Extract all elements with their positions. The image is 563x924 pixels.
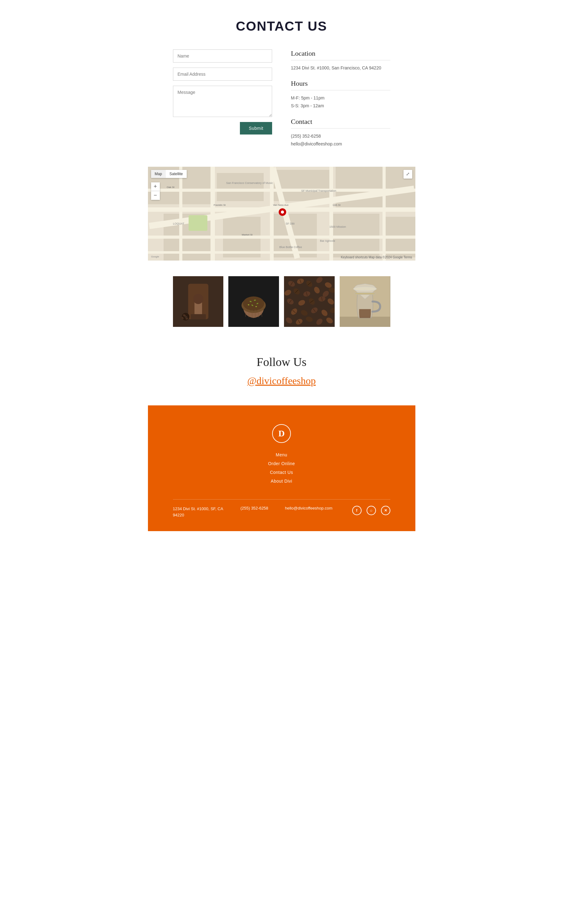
facebook-icon[interactable]: f	[352, 506, 362, 515]
gallery-section	[148, 261, 415, 342]
svg-rect-14	[148, 251, 415, 254]
contact-grid: Submit Location 1234 Divi St. #1000, San…	[173, 50, 390, 148]
svg-text:Google: Google	[151, 255, 159, 258]
svg-point-103	[353, 287, 376, 291]
svg-text:Van Ness Ave: Van Ness Ave	[273, 204, 289, 207]
footer-phone: (255) 352-6258	[227, 506, 281, 510]
svg-text:Market St: Market St	[242, 233, 253, 236]
instagram-handle[interactable]: @divicoffeeshop	[173, 375, 390, 387]
svg-text:Oak St: Oak St	[167, 186, 174, 189]
svg-rect-19	[179, 167, 182, 261]
svg-text:SF DBI: SF DBI	[285, 222, 295, 225]
svg-text:Franklin St: Franklin St	[214, 204, 226, 207]
gallery-grid	[173, 276, 390, 327]
svg-text:11th St: 11th St	[332, 204, 341, 207]
contact-section: CONTACT US Submit Location 1234 Divi St.…	[148, 0, 415, 167]
submit-button[interactable]: Submit	[240, 122, 272, 135]
instagram-icon[interactable]: ○	[366, 506, 376, 515]
footer-logo-area: D	[173, 424, 390, 443]
svg-rect-106	[355, 293, 375, 295]
map-tab[interactable]: Map	[151, 170, 166, 178]
svg-point-56	[255, 306, 257, 307]
footer-nav-menu[interactable]: Menu	[276, 452, 287, 457]
svg-rect-18	[383, 167, 386, 261]
footer-logo: D	[272, 424, 291, 443]
footer-bottom: 1234 Divi St. #1000, SF, CA 94220 (255) …	[173, 499, 390, 519]
twitter-icon[interactable]: ✕	[381, 506, 390, 515]
gallery-item-1	[173, 276, 224, 327]
svg-text:1500 Mission: 1500 Mission	[329, 225, 346, 228]
footer-nav-about[interactable]: About Divi	[271, 478, 293, 484]
svg-point-40	[193, 294, 203, 304]
svg-text:San Francisco Conservatory of : San Francisco Conservatory of Music	[226, 182, 273, 184]
follow-us-title: Follow Us	[173, 355, 390, 369]
contact-info: Location 1234 Divi St. #1000, San Franci…	[291, 50, 390, 148]
zoom-out-button[interactable]: −	[151, 191, 160, 200]
footer-social: f ○ ✕	[336, 506, 390, 515]
location-block: Location 1234 Divi St. #1000, San Franci…	[291, 50, 390, 72]
contact-title: Contact	[291, 118, 390, 126]
svg-rect-16	[270, 167, 274, 261]
svg-rect-2	[217, 173, 264, 201]
gallery-item-3	[284, 276, 335, 327]
gallery-item-4	[340, 276, 390, 327]
svg-text:SF Municipal Transportation: SF Municipal Transportation	[301, 189, 336, 192]
svg-point-23	[281, 210, 284, 214]
page-title: CONTACT US	[173, 19, 390, 34]
svg-rect-17	[329, 167, 333, 261]
footer: D Menu Order Online Contact Us About Div…	[148, 405, 415, 531]
contact-form: Submit	[173, 50, 272, 135]
gallery-item-2	[228, 276, 279, 327]
hours-weekend: S-S: 3pm - 12am	[291, 102, 390, 110]
footer-nav: Menu Order Online Contact Us About Divi	[173, 452, 390, 484]
email-input[interactable]	[173, 68, 272, 81]
map-controls: Map Satellite	[151, 170, 187, 178]
svg-text:Blue Bottle Coffee: Blue Bottle Coffee	[279, 246, 302, 249]
contact-block: Contact (255) 352-6258 hello@divicoffees…	[291, 118, 390, 148]
hours-title: Hours	[291, 80, 390, 88]
footer-address: 1234 Divi St. #1000, SF, CA 94220	[173, 506, 227, 519]
map-zoom-controls: + −	[151, 182, 160, 200]
follow-us-section: Follow Us @divicoffeeshop	[148, 342, 415, 405]
map-expand-button[interactable]: ⤢	[404, 170, 412, 178]
svg-point-50	[243, 297, 264, 310]
svg-rect-13	[148, 236, 415, 238]
svg-rect-102	[340, 316, 390, 327]
svg-rect-41	[191, 314, 206, 319]
satellite-tab[interactable]: Satellite	[166, 170, 187, 178]
hours-block: Hours M-F: 5pm - 11pm S-S: 3pm - 12am	[291, 80, 390, 110]
svg-rect-21	[189, 215, 207, 231]
message-input[interactable]	[173, 86, 272, 117]
location-address: 1234 Divi St. #1000, San Francisco, CA 9…	[291, 64, 390, 72]
name-input[interactable]	[173, 50, 272, 63]
contact-email: hello@divicoffeeshop.com	[291, 140, 390, 148]
svg-text:Bar Agricole: Bar Agricole	[320, 239, 335, 242]
svg-rect-15	[210, 167, 215, 261]
footer-email: hello@divicoffeeshop.com	[281, 506, 336, 510]
map-section: Franklin St Van Ness Ave 11th St Oak St …	[148, 167, 415, 261]
location-title: Location	[291, 50, 390, 57]
zoom-in-button[interactable]: +	[151, 182, 160, 191]
footer-nav-contact[interactable]: Contact Us	[270, 470, 293, 475]
map-footer: Keyboard shortcuts Map data ©2024 Google…	[341, 255, 412, 259]
footer-nav-order[interactable]: Order Online	[268, 461, 295, 466]
contact-phone: (255) 352-6258	[291, 132, 390, 140]
svg-text:LOQUAT: LOQUAT	[173, 222, 185, 225]
hours-weekday: M-F: 5pm - 11pm	[291, 94, 390, 102]
